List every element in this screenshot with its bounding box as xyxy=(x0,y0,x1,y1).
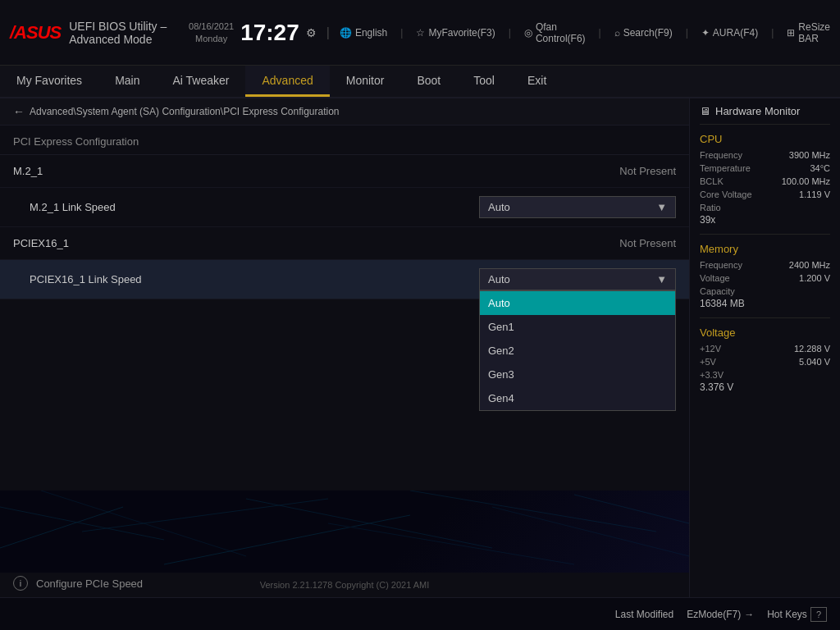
hw-cpu-temp-value: 34°C xyxy=(810,163,830,173)
toolbar-qfan[interactable]: ◎ Qfan Control(F6) xyxy=(524,21,586,44)
option-gen2[interactable]: Gen2 xyxy=(480,339,675,363)
back-button[interactable]: ← xyxy=(13,105,25,118)
hw-volt-5v-label: +5V xyxy=(700,357,716,367)
chevron-down-icon-2: ▼ xyxy=(656,273,667,285)
toolbar-search-label: Search(F9) xyxy=(623,27,673,39)
hw-cpu-bclk-label: BCLK xyxy=(700,176,724,186)
hw-cpu-freq-row: Frequency 3900 MHz xyxy=(700,150,830,160)
pciex161-row: PCIEX16_1 Not Present xyxy=(0,227,689,260)
m21-linkspeed-value: Auto xyxy=(488,201,510,213)
toolbar-english-label: English xyxy=(355,27,387,39)
toolbar-resizebar[interactable]: ⊞ ReSize BAR xyxy=(787,21,830,44)
toolbar-myfavorite[interactable]: ☆ MyFavorite(F3) xyxy=(416,27,495,39)
bg-decoration xyxy=(0,491,689,573)
svg-line-3 xyxy=(164,515,410,564)
nav-boot[interactable]: Boot xyxy=(400,66,457,97)
toolbar-aura[interactable]: ✦ AURA(F4) xyxy=(701,27,758,39)
globe-icon: 🌐 xyxy=(340,27,352,39)
pciex161-label: PCIEX16_1 xyxy=(13,237,619,249)
hotkeys-icon: ? xyxy=(810,607,827,622)
hw-mem-freq-row: Frequency 2400 MHz xyxy=(700,260,830,270)
m21-row: M.2_1 Not Present xyxy=(0,155,689,188)
toolbar-fav-label: MyFavorite(F3) xyxy=(428,27,495,39)
pciex161-linkspeed-selected-value: Auto xyxy=(488,273,510,285)
pciex161-value: Not Present xyxy=(619,237,676,249)
pciex161-linkspeed-label: PCIEX16_1 Link Speed xyxy=(30,273,479,285)
hw-volt-12v-row: +12V 12.288 V xyxy=(700,344,830,354)
bios-header: /ASUS UEFI BIOS Utility – Advanced Mode … xyxy=(0,0,840,66)
hw-monitor-title-text: Hardware Monitor xyxy=(715,105,800,117)
svg-line-0 xyxy=(0,507,164,540)
nav-monitor[interactable]: Monitor xyxy=(330,66,401,97)
fan-icon: ◎ xyxy=(524,27,532,39)
svg-line-5 xyxy=(328,523,574,564)
m21-linkspeed-row: M.2_1 Link Speed Auto ▼ xyxy=(0,188,689,227)
hw-cpu-temp-row: Temperature 34°C xyxy=(700,163,830,173)
hw-cpu-bclk-value: 100.00 MHz xyxy=(782,176,830,186)
hw-divider-1 xyxy=(700,234,830,235)
svg-line-8 xyxy=(492,507,689,556)
ezmode-label: EzMode(F7) xyxy=(687,609,741,620)
sep2: | xyxy=(509,27,511,39)
option-gen3[interactable]: Gen3 xyxy=(480,363,675,386)
hw-cpu-temp-label: Temperature xyxy=(700,163,751,173)
day-text: Monday xyxy=(189,33,234,44)
hw-cpu-freq-value: 3900 MHz xyxy=(789,150,830,160)
nav-main[interactable]: Main xyxy=(98,66,156,97)
hw-mem-cap-value: 16384 MB xyxy=(700,298,830,309)
time-display: 17:27 xyxy=(240,20,299,46)
search-icon: ⌕ xyxy=(614,27,620,39)
header-right: 08/16/2021 Monday 17:27 ⚙ | 🌐 English | … xyxy=(189,20,830,46)
sep5: | xyxy=(771,27,774,39)
date-block: 08/16/2021 Monday xyxy=(189,21,234,44)
datetime-row: 08/16/2021 Monday 17:27 ⚙ | 🌐 English | … xyxy=(189,20,830,46)
breadcrumb-bar: ← Advanced\System Agent (SA) Configurati… xyxy=(0,98,689,126)
hw-volt-12v-value: 12.288 V xyxy=(794,344,830,354)
option-gen4[interactable]: Gen4 xyxy=(480,386,675,410)
toolbar-qfan-label: Qfan Control(F6) xyxy=(536,21,586,44)
sep1: | xyxy=(400,27,403,39)
m21-linkspeed-label: M.2_1 Link Speed xyxy=(30,201,479,213)
resize-icon: ⊞ xyxy=(787,27,795,39)
pciex161-linkspeed-dropdown-btn[interactable]: Auto ▼ xyxy=(479,268,676,290)
hw-monitor-title: 🖥 Hardware Monitor xyxy=(700,105,830,125)
last-modified-btn[interactable]: Last Modified xyxy=(615,609,673,620)
star-icon: ☆ xyxy=(416,27,425,39)
hw-cpu-ratio-value: 39x xyxy=(700,214,830,226)
nav-advanced[interactable]: Advanced xyxy=(245,66,329,97)
hw-volt-5v-value: 5.040 V xyxy=(799,357,830,367)
hw-mem-freq-value: 2400 MHz xyxy=(789,260,830,270)
version-text: Version 2.21.1278 Copyright (C) 2021 AMI xyxy=(0,573,689,597)
hardware-monitor-panel: 🖥 Hardware Monitor CPU Frequency 3900 MH… xyxy=(689,98,840,597)
toolbar-aura-label: AURA(F4) xyxy=(713,27,758,39)
m21-linkspeed-dropdown-container: Auto ▼ xyxy=(479,196,676,218)
toolbar-resize-label: ReSize BAR xyxy=(798,21,830,44)
section-title: PCI Express Configuration xyxy=(0,126,689,155)
toolbar-search[interactable]: ⌕ Search(F9) xyxy=(614,27,673,39)
nav-tool[interactable]: Tool xyxy=(457,66,511,97)
option-gen1[interactable]: Gen1 xyxy=(480,315,675,339)
toolbar-row: 🌐 English | ☆ MyFavorite(F3) | ◎ Qfan Co… xyxy=(340,21,830,44)
chevron-down-icon: ▼ xyxy=(656,201,667,213)
settings-icon[interactable]: ⚙ xyxy=(306,26,317,39)
m21-label: M.2_1 xyxy=(13,165,619,177)
bottom-bar: Last Modified EzMode(F7) → Hot Keys ? xyxy=(0,597,840,630)
toolbar-english[interactable]: 🌐 English xyxy=(340,27,387,39)
navigation-bar: My Favorites Main Ai Tweaker Advanced Mo… xyxy=(0,66,840,98)
hw-memory-title: Memory xyxy=(700,243,830,255)
option-auto[interactable]: Auto xyxy=(480,291,675,315)
nav-exit[interactable]: Exit xyxy=(511,66,563,97)
hw-mem-volt-row: Voltage 1.200 V xyxy=(700,273,830,283)
hotkeys-btn[interactable]: Hot Keys ? xyxy=(767,607,827,622)
m21-value: Not Present xyxy=(619,165,676,177)
hw-volt-33v-value: 3.376 V xyxy=(700,381,830,393)
m21-linkspeed-dropdown[interactable]: Auto ▼ xyxy=(479,196,676,218)
asus-logo: /ASUS xyxy=(10,22,61,43)
hw-cpu-ratio-label: Ratio xyxy=(700,203,830,212)
nav-favorites[interactable]: My Favorites xyxy=(0,66,98,97)
nav-tweaker[interactable]: Ai Tweaker xyxy=(156,66,245,97)
hotkeys-label: Hot Keys xyxy=(767,609,807,620)
svg-line-6 xyxy=(410,491,656,532)
ezmode-btn[interactable]: EzMode(F7) → xyxy=(687,609,754,620)
svg-line-9 xyxy=(574,495,689,523)
